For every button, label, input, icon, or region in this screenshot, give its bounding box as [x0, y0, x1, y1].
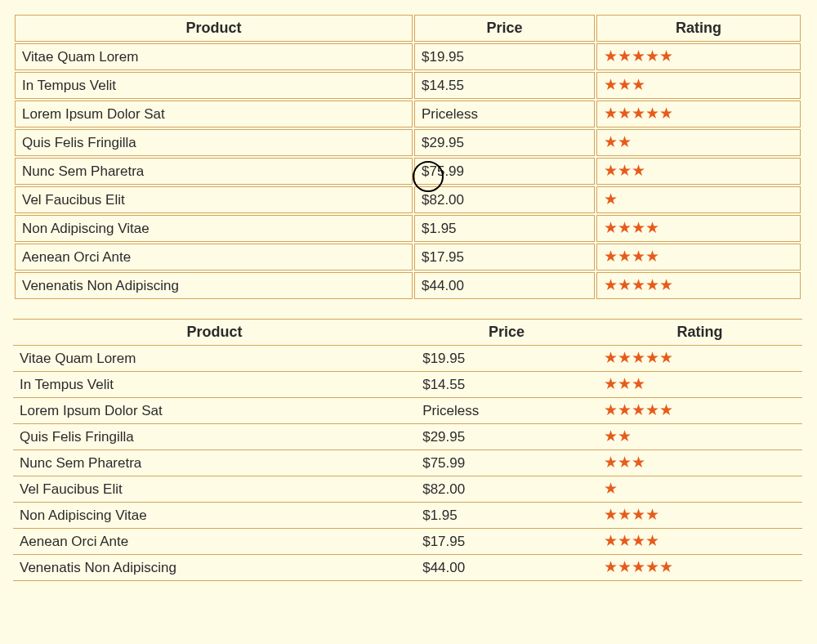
cell-rating: ★★★★★ [597, 346, 802, 372]
cell-rating: ★★★★★ [596, 101, 801, 127]
cell-price: $19.95 [414, 43, 595, 70]
rating-stars-icon: ★★★★★ [604, 105, 673, 122]
table-body-bordered: Vitae Quam Lorem$19.95★★★★★In Tempus Vel… [15, 43, 801, 299]
rating-stars-icon: ★★★★★ [604, 276, 673, 293]
table-row: Non Adipiscing Vitae$1.95★★★★ [13, 503, 802, 529]
table-row: Quis Felis Fringilla$29.95★★ [13, 424, 802, 450]
cell-price: $29.95 [414, 129, 595, 156]
cell-rating: ★★ [597, 424, 802, 450]
rating-stars-icon: ★★★★★ [604, 47, 673, 65]
cell-product: Quis Felis Fringilla [13, 424, 416, 450]
cell-product: Venenatis Non Adipiscing [13, 555, 416, 581]
cell-price: $29.95 [416, 424, 597, 450]
rating-stars-icon: ★★★★ [604, 506, 659, 523]
cell-rating: ★★★★★ [596, 272, 801, 299]
cell-rating: ★★★★★ [597, 555, 802, 581]
cell-product: In Tempus Velit [13, 372, 416, 398]
rating-stars-icon: ★★★★★ [604, 401, 673, 418]
header-rating: Rating [596, 15, 801, 42]
rating-stars-icon: ★ [604, 480, 618, 497]
table-row: Non Adipiscing Vitae$1.95★★★★ [15, 215, 801, 242]
cell-product: Quis Felis Fringilla [15, 129, 413, 156]
cell-price: $44.00 [414, 272, 595, 299]
cell-product: Vel Faucibus Elit [15, 186, 413, 213]
rating-stars-icon: ★★★ [604, 76, 645, 93]
cell-product: Non Adipiscing Vitae [13, 503, 416, 529]
cell-price: $17.95 [414, 244, 595, 271]
table-row: Quis Felis Fringilla$29.95★★ [15, 129, 801, 156]
table-row: Venenatis Non Adipiscing$44.00★★★★★ [13, 555, 802, 581]
rating-stars-icon: ★★★★ [604, 219, 659, 236]
cell-rating: ★★ [596, 129, 801, 156]
cell-product: Non Adipiscing Vitae [15, 215, 413, 242]
table-header-row: Product Price Rating [15, 15, 801, 42]
header-price: Price [416, 320, 597, 346]
cell-price: $19.95 [416, 346, 597, 372]
table-row: Lorem Ipsum Dolor SatPriceless★★★★★ [15, 101, 801, 127]
cell-product: In Tempus Velit [15, 72, 413, 99]
rating-stars-icon: ★★★★ [604, 248, 659, 265]
cell-rating: ★ [597, 476, 802, 503]
cell-price: $1.95 [416, 503, 597, 529]
table-row: Vel Faucibus Elit$82.00★ [13, 476, 802, 503]
table-row: In Tempus Velit$14.55★★★ [15, 72, 801, 99]
cell-rating: ★★★ [596, 72, 801, 99]
header-product: Product [15, 15, 413, 42]
cell-product: Vel Faucibus Elit [13, 476, 416, 503]
cell-price: $75.99 [416, 450, 597, 476]
cell-product: Lorem Ipsum Dolor Sat [15, 101, 413, 127]
cell-product: Nunc Sem Pharetra [15, 158, 413, 185]
cell-product: Vitae Quam Lorem [15, 43, 413, 70]
table-row: Vitae Quam Lorem$19.95★★★★★ [15, 43, 801, 70]
cell-rating: ★★★ [597, 450, 802, 476]
table-row: Nunc Sem Pharetra$75.99★★★ [13, 450, 802, 476]
table-row: Venenatis Non Adipiscing$44.00★★★★★ [15, 272, 801, 299]
cell-product: Nunc Sem Pharetra [13, 450, 416, 476]
cell-price: Priceless [414, 101, 595, 127]
header-rating: Rating [597, 320, 802, 346]
cell-price: $1.95 [414, 215, 595, 242]
cell-rating: ★★★ [596, 158, 801, 185]
header-product: Product [13, 320, 416, 346]
products-table-bordered: Product Price Rating Vitae Quam Lorem$19… [13, 13, 802, 301]
table-row: In Tempus Velit$14.55★★★ [13, 372, 802, 398]
rating-stars-icon: ★★★ [604, 375, 645, 392]
rating-stars-icon: ★★★ [604, 454, 645, 471]
cell-rating: ★★★★★ [596, 43, 801, 70]
cell-rating: ★★★★ [596, 215, 801, 242]
cell-price: $14.55 [416, 372, 597, 398]
rating-stars-icon: ★★ [604, 133, 632, 150]
table-row: Aenean Orci Ante$17.95★★★★ [13, 529, 802, 555]
cell-price: Priceless [416, 398, 597, 424]
cell-product: Aenean Orci Ante [15, 244, 413, 271]
cell-price: $82.00 [414, 186, 595, 213]
cell-rating: ★★★★ [597, 529, 802, 555]
cell-rating: ★★★★★ [597, 398, 802, 424]
header-price: Price [414, 15, 595, 42]
rating-stars-icon: ★★★★★ [604, 349, 673, 366]
cell-product: Aenean Orci Ante [13, 529, 416, 555]
table-row: Vel Faucibus Elit$82.00★ [15, 186, 801, 213]
rating-stars-icon: ★★★★★ [604, 558, 673, 575]
table-body-ruled: Vitae Quam Lorem$19.95★★★★★In Tempus Vel… [13, 346, 802, 581]
rating-stars-icon: ★ [604, 190, 618, 208]
table-header-row: Product Price Rating [13, 320, 802, 346]
cell-price: $14.55 [414, 72, 595, 99]
cell-rating: ★ [596, 186, 801, 213]
cell-price: $82.00 [416, 476, 597, 503]
cell-rating: ★★★★ [596, 244, 801, 271]
table-row: Lorem Ipsum Dolor SatPriceless★★★★★ [13, 398, 802, 424]
cell-product: Vitae Quam Lorem [13, 346, 416, 372]
cell-product: Venenatis Non Adipiscing [15, 272, 413, 299]
products-table-ruled: Product Price Rating Vitae Quam Lorem$19… [13, 319, 802, 581]
table-row: Aenean Orci Ante$17.95★★★★ [15, 244, 801, 271]
cell-product: Lorem Ipsum Dolor Sat [13, 398, 416, 424]
cell-price: $44.00 [416, 555, 597, 581]
table-row: Vitae Quam Lorem$19.95★★★★★ [13, 346, 802, 372]
cell-price: $17.95 [416, 529, 597, 555]
rating-stars-icon: ★★ [604, 427, 632, 445]
cell-price: $75.99 [414, 158, 595, 185]
table-row: Nunc Sem Pharetra$75.99★★★ [15, 158, 801, 185]
rating-stars-icon: ★★★ [604, 162, 645, 179]
rating-stars-icon: ★★★★ [604, 532, 659, 549]
